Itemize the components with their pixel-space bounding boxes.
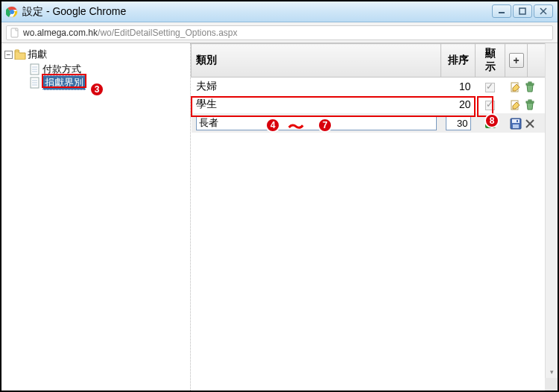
address-input[interactable]: wo.almega.com.hk/wo/EditDetailSetting_Op…: [6, 25, 553, 40]
cancel-icon[interactable]: [524, 118, 536, 130]
document-icon: [30, 77, 40, 89]
table-row: 學生 20: [192, 95, 558, 113]
svg-rect-18: [528, 82, 531, 83]
folder-icon: [14, 49, 26, 60]
show-checkbox[interactable]: [485, 118, 496, 128]
cell-show: [476, 78, 505, 96]
col-sort[interactable]: 排序: [441, 44, 476, 78]
table-row: 夫婦 10: [192, 78, 558, 96]
tree-root[interactable]: − 捐獻: [4, 48, 187, 61]
svg-rect-23: [512, 119, 519, 123]
cell-sort: 10: [441, 78, 476, 96]
svg-rect-21: [528, 100, 531, 101]
chrome-icon: [6, 6, 18, 18]
delete-icon[interactable]: [524, 99, 536, 111]
cell-sort: 20: [441, 95, 476, 113]
tree-children: 付款方式 捐獻界別: [19, 63, 187, 89]
window-titlebar: 設定 - Google Chrome: [1, 1, 558, 22]
content-area: − 捐獻: [1, 43, 558, 391]
edit-icon[interactable]: [510, 81, 522, 93]
sort-input[interactable]: [446, 116, 471, 130]
edit-icon[interactable]: [510, 99, 522, 111]
cell-category: 夫婦: [192, 78, 441, 96]
vertical-scrollbar[interactable]: ▾: [545, 43, 558, 391]
document-icon: [30, 63, 40, 75]
options-table: 類別 排序 顯示 + 夫婦 10: [191, 43, 558, 133]
maximize-button[interactable]: [513, 4, 532, 18]
page-icon: [10, 28, 20, 38]
chrome-window: 設定 - Google Chrome wo.almega.com.hk/wo/E…: [0, 0, 559, 392]
svg-rect-25: [517, 120, 518, 122]
save-icon[interactable]: [510, 118, 522, 130]
scroll-corner: [545, 378, 558, 391]
add-button[interactable]: +: [509, 53, 524, 68]
minimize-button[interactable]: [492, 4, 511, 18]
tree-item-donation-category[interactable]: 捐獻界別: [19, 76, 187, 89]
window-buttons: [492, 4, 553, 18]
col-show[interactable]: 顯示: [476, 44, 505, 78]
tree-item-label: 付款方式: [42, 63, 81, 76]
cell-sort-edit: [441, 113, 476, 133]
window-title: 設定 - Google Chrome: [22, 5, 126, 19]
tree-item-label: 捐獻界別: [42, 75, 86, 90]
tree-item-payment[interactable]: 付款方式: [19, 63, 187, 76]
category-input[interactable]: [196, 116, 437, 130]
col-category[interactable]: 類別: [192, 44, 441, 78]
svg-rect-7: [11, 28, 18, 37]
sidebar: − 捐獻: [1, 43, 191, 391]
show-checkbox: [485, 83, 495, 92]
close-button[interactable]: [534, 4, 553, 18]
table-row-editing: [192, 113, 558, 133]
tree-root-label: 捐獻: [28, 48, 47, 61]
scroll-up-icon[interactable]: ▾: [546, 365, 558, 378]
main-panel: 類別 排序 顯示 + 夫婦 10: [191, 43, 558, 391]
address-host: wo.almega.com.hk: [23, 28, 98, 38]
svg-rect-24: [513, 124, 519, 128]
address-path: /wo/EditDetailSetting_Options.aspx: [98, 28, 237, 38]
cell-category: 學生: [192, 95, 441, 113]
svg-rect-4: [519, 8, 525, 14]
cell-category-edit: [192, 113, 441, 133]
cell-show: [476, 95, 505, 113]
cell-show-edit: [476, 113, 505, 133]
address-bar: wo.almega.com.hk/wo/EditDetailSetting_Op…: [1, 22, 558, 43]
delete-icon[interactable]: [524, 81, 536, 93]
col-add: +: [505, 44, 528, 78]
tree-collapse-icon[interactable]: −: [4, 51, 13, 59]
show-checkbox: [485, 101, 495, 110]
